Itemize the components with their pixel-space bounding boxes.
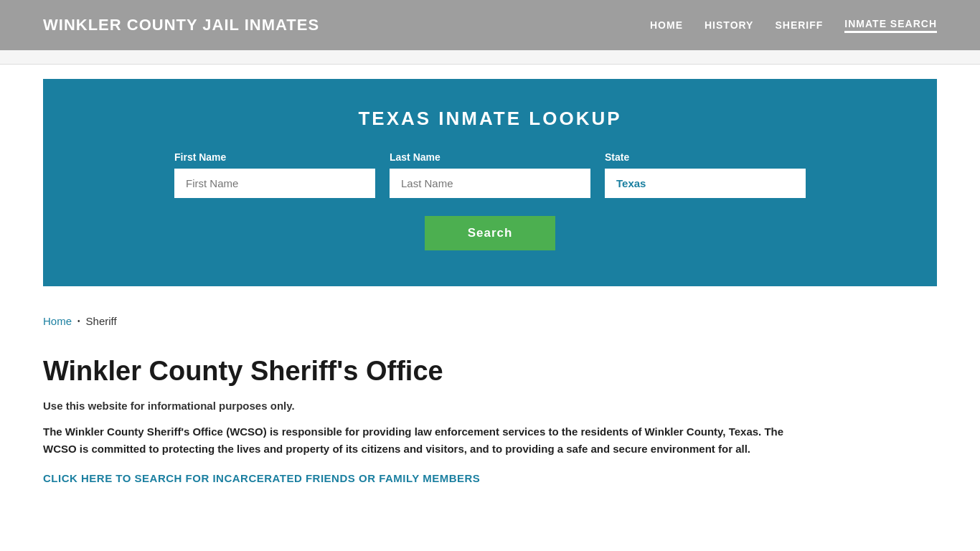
search-banner: TEXAS INMATE LOOKUP First Name Last Name…: [43, 79, 937, 286]
description: The Winkler County Sheriff's Office (WCS…: [43, 423, 796, 458]
first-name-input[interactable]: [174, 169, 375, 198]
first-name-label: First Name: [174, 151, 226, 163]
main-content: Winkler County Sheriff's Office Use this…: [0, 342, 980, 514]
page-title: Winkler County Sheriff's Office: [43, 356, 937, 387]
sub-header: [0, 50, 980, 65]
nav-history[interactable]: HISTORY: [705, 19, 753, 31]
breadcrumb-home[interactable]: Home: [43, 315, 72, 327]
form-fields: First Name Last Name State: [86, 151, 894, 198]
state-input[interactable]: [605, 169, 806, 198]
cta-link[interactable]: CLICK HERE to Search for Incarcerated Fr…: [43, 472, 480, 484]
last-name-group: Last Name: [390, 151, 590, 198]
main-nav: HOME HISTORY SHERIFF INMATE SEARCH: [650, 18, 937, 33]
nav-inmate-search[interactable]: INMATE SEARCH: [844, 18, 937, 33]
inmate-search-form: First Name Last Name State Search: [86, 151, 894, 250]
first-name-group: First Name: [174, 151, 375, 198]
last-name-input[interactable]: [390, 169, 590, 198]
subtitle: Use this website for informational purpo…: [43, 400, 937, 412]
site-title: WINKLER COUNTY JAIL INMATES: [43, 16, 319, 34]
search-button[interactable]: Search: [425, 216, 556, 250]
breadcrumb-separator: •: [77, 317, 80, 325]
nav-sheriff[interactable]: SHERIFF: [775, 19, 823, 31]
breadcrumb: Home • Sheriff: [0, 301, 980, 342]
nav-home[interactable]: HOME: [650, 19, 683, 31]
last-name-label: Last Name: [390, 151, 440, 163]
banner-title: TEXAS INMATE LOOKUP: [86, 108, 894, 130]
state-group: State: [605, 151, 806, 198]
site-header: WINKLER COUNTY JAIL INMATES HOME HISTORY…: [0, 0, 980, 50]
state-label: State: [605, 151, 629, 163]
breadcrumb-current: Sheriff: [86, 315, 117, 327]
